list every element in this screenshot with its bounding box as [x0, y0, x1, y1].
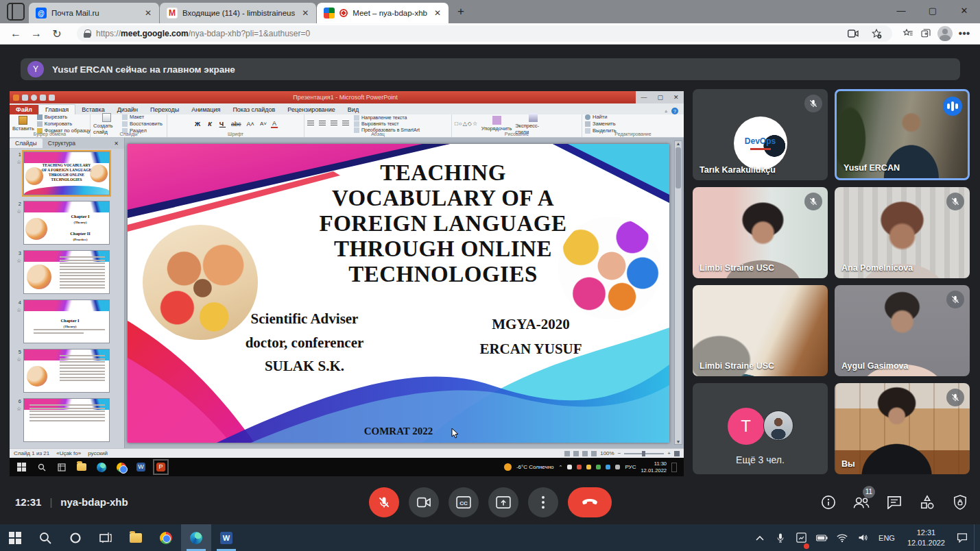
font-color-button[interactable]: A	[271, 120, 278, 128]
show-desktop-strip[interactable]	[974, 524, 977, 551]
text-direction-button[interactable]: Направление текста	[354, 115, 420, 121]
tab-mailru[interactable]: @ Почта Mail.ru ✕	[29, 3, 159, 23]
ppt-minimize-button[interactable]: —	[641, 94, 647, 101]
activities-button[interactable]	[918, 493, 936, 511]
presenter-clock[interactable]: 11:3012.01.2022	[641, 461, 667, 474]
layout-button[interactable]: Макет	[122, 114, 163, 120]
tab-home[interactable]: Главная	[38, 104, 75, 114]
status-language[interactable]: русский	[88, 450, 108, 456]
task-view-icon[interactable]	[91, 524, 121, 551]
presenter-powerpoint-icon[interactable]: P	[156, 462, 166, 472]
bold-button[interactable]: Ж	[193, 121, 204, 127]
reset-button[interactable]: Восстановить	[122, 121, 163, 127]
ppt-close-button[interactable]: ✕	[673, 94, 679, 101]
participant-tile-limbi-2[interactable]: Limbi Straine USC	[693, 285, 828, 376]
numbering-button[interactable]	[319, 121, 328, 127]
more-options-button[interactable]	[528, 487, 558, 517]
paste-button[interactable]: Вставить	[12, 116, 34, 132]
strikethrough-button[interactable]: abc	[230, 121, 243, 127]
slide-thumbnail-6[interactable]	[23, 398, 110, 442]
preview-icon[interactable]	[49, 95, 55, 101]
participant-tile-yusuf[interactable]: Yusuf ERCAN	[835, 89, 970, 180]
tab-transitions[interactable]: Переходы	[144, 105, 185, 114]
participants-button[interactable]: 11	[852, 493, 870, 511]
presenter-word-icon[interactable]: W	[136, 462, 146, 472]
align-left-button[interactable]	[331, 121, 339, 127]
camera-in-use-icon[interactable]	[844, 25, 862, 42]
cut-button[interactable]: Вырезать	[37, 114, 91, 120]
slide-thumbnail-4[interactable]: Chapter I (Theory)	[23, 299, 110, 343]
action-center-icon[interactable]	[953, 524, 971, 551]
tab-close-icon[interactable]: ✕	[143, 8, 154, 18]
hidden-icons-chevron[interactable]: ⌃	[559, 465, 563, 470]
tray-icon[interactable]	[615, 465, 620, 469]
chrome-icon[interactable]	[151, 524, 181, 551]
tab-file[interactable]: Файл	[10, 105, 38, 114]
close-button[interactable]: ✕	[948, 0, 980, 21]
scrollbar-thumb[interactable]	[676, 147, 681, 188]
underline-button[interactable]: Ч	[218, 121, 227, 127]
presenter-chrome-icon[interactable]	[116, 462, 126, 472]
tab-slideshow[interactable]: Показ слайдов	[226, 105, 281, 114]
microphone-tray-icon[interactable]	[772, 524, 789, 551]
participant-tile-overflow[interactable]: T Ещё 3 чел.	[693, 383, 828, 474]
camera-toggle-button[interactable]	[409, 487, 439, 517]
align-text-button[interactable]: Выровнять текст	[354, 121, 420, 127]
tray-icon[interactable]	[577, 465, 582, 469]
shapes-gallery[interactable]: □○△◇☆	[455, 121, 478, 127]
weather-text[interactable]: -6°C Солнечно	[516, 464, 554, 470]
recording-tray-icon[interactable]	[792, 524, 810, 551]
back-button[interactable]: ←	[5, 25, 26, 42]
zoom-in-icon[interactable]: +	[667, 450, 671, 456]
address-bar[interactable]: https://meet.google.com/nya-bdap-xhb?pli…	[77, 25, 892, 42]
font-size-up-button[interactable]: A˄	[246, 121, 256, 127]
presenter-taskview-icon[interactable]	[56, 462, 67, 472]
zoom-slider[interactable]	[624, 453, 664, 454]
reload-button[interactable]: ↻	[47, 25, 67, 42]
new-tab-button[interactable]: +	[452, 3, 470, 21]
tray-icon[interactable]	[586, 465, 591, 469]
replace-button[interactable]: Заменить	[585, 121, 617, 127]
view-sorter-icon[interactable]	[573, 451, 579, 456]
save-icon[interactable]	[22, 95, 28, 101]
presenter-show-desktop[interactable]	[671, 463, 677, 472]
tab-close-icon[interactable]: ✕	[432, 8, 443, 18]
tab-meet-active[interactable]: Meet – nya-bdap-xhb ✕	[317, 3, 449, 23]
zoom-out-icon[interactable]: −	[618, 450, 621, 456]
file-explorer-icon[interactable]	[121, 524, 151, 551]
presenter-language[interactable]: РУС	[625, 464, 636, 470]
participant-tile-aygul[interactable]: Aygul Gasimova	[835, 285, 970, 376]
help-icon[interactable]: ?	[671, 108, 678, 114]
presenter-file-explorer-icon[interactable]	[76, 462, 86, 472]
ppt-maximize-button[interactable]: ▢	[657, 94, 663, 101]
hidden-icons-chevron[interactable]	[751, 524, 769, 551]
view-slideshow-icon[interactable]	[591, 451, 597, 456]
profile-avatar[interactable]	[937, 26, 953, 41]
language-indicator[interactable]: ENG	[874, 534, 899, 542]
font-size-down-button[interactable]: A˅	[259, 121, 268, 127]
leave-call-button[interactable]	[568, 487, 612, 517]
align-center-button[interactable]	[342, 121, 351, 127]
participant-tile-you[interactable]: Вы	[835, 383, 970, 474]
copy-button[interactable]: Копировать	[37, 121, 91, 127]
tab-close-icon[interactable]: ✕	[300, 8, 311, 18]
participant-tile-limbi-1[interactable]: Limbi Straine USC	[693, 187, 828, 278]
edge-icon[interactable]	[181, 524, 211, 551]
ribbon-collapse-icon[interactable]: ▵	[665, 108, 667, 114]
panel-close-icon[interactable]: ✕	[108, 139, 124, 148]
meeting-details-button[interactable]	[820, 493, 837, 511]
italic-button[interactable]: К	[206, 121, 215, 127]
add-favorite-icon[interactable]	[868, 25, 885, 42]
battery-icon[interactable]	[813, 524, 830, 551]
tray-icon[interactable]	[606, 465, 610, 469]
panel-tab-slides[interactable]: Слайды	[10, 138, 43, 148]
slide-thumbnail-3[interactable]	[23, 250, 110, 294]
ppt-quick-access-toolbar[interactable]	[10, 95, 55, 101]
bullets-button[interactable]	[307, 121, 316, 127]
participant-tile-tarik[interactable]: DevOps Tarık Karakullukçu	[693, 89, 828, 180]
presenter-edge-icon[interactable]	[96, 462, 106, 472]
host-controls-button[interactable]	[951, 493, 969, 511]
forward-button[interactable]: →	[26, 25, 47, 42]
arrange-button[interactable]: Упорядочить	[481, 116, 512, 132]
start-button[interactable]	[0, 524, 30, 551]
